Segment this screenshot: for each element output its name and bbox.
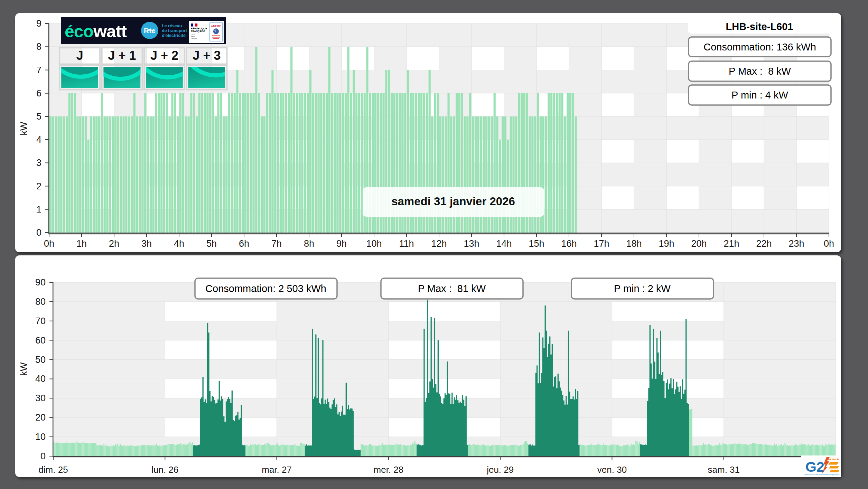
svg-text:4h: 4h: [174, 238, 184, 249]
svg-text:9: 9: [36, 18, 41, 29]
svg-text:50: 50: [35, 355, 46, 365]
svg-text:Fraternité: Fraternité: [191, 37, 197, 39]
svg-text:70: 70: [35, 316, 46, 326]
svg-text:kW: kW: [19, 362, 29, 376]
svg-text:2h: 2h: [109, 238, 119, 249]
svg-text:23h: 23h: [788, 238, 804, 249]
svg-text:0h: 0h: [824, 238, 834, 249]
svg-text:5: 5: [36, 111, 41, 122]
svg-text:1: 1: [36, 204, 41, 215]
svg-text:10: 10: [35, 432, 46, 442]
svg-text:15h: 15h: [529, 238, 544, 249]
svg-text:FRANÇAISE: FRANÇAISE: [191, 30, 205, 33]
svg-text:Optimisation des ressources én: Optimisation des ressources énergétiques: [804, 473, 840, 476]
svg-text:P Max : 8 kW: P Max : 8 kW: [729, 66, 791, 77]
svg-text:J + 3: J + 3: [193, 48, 221, 63]
svg-text:LHB-site-L601: LHB-site-L601: [726, 21, 793, 32]
svg-text:mer. 28: mer. 28: [374, 464, 404, 475]
svg-text:21h: 21h: [724, 238, 739, 249]
svg-text:ven. 30: ven. 30: [597, 464, 627, 475]
svg-text:P Max : 81 kW: P Max : 81 kW: [418, 283, 486, 294]
svg-text:J + 1: J + 1: [108, 48, 136, 63]
svg-text:20: 20: [35, 412, 46, 423]
svg-text:écowatt: écowatt: [65, 22, 127, 41]
svg-text:J + 2: J + 2: [150, 48, 178, 63]
svg-text:d'électricité: d'électricité: [162, 33, 186, 38]
svg-text:90: 90: [35, 277, 46, 288]
svg-text:40: 40: [35, 374, 46, 384]
svg-text:sam. 31: sam. 31: [708, 464, 740, 475]
svg-text:6h: 6h: [239, 238, 249, 249]
svg-text:11h: 11h: [399, 238, 414, 249]
svg-text:7h: 7h: [271, 238, 282, 249]
svg-text:8h: 8h: [304, 238, 314, 249]
svg-text:14h: 14h: [496, 238, 512, 249]
svg-text:samedi 31 janvier 2026: samedi 31 janvier 2026: [391, 195, 515, 208]
svg-text:G2: G2: [805, 459, 824, 475]
svg-text:0: 0: [36, 227, 41, 238]
svg-text:de transport: de transport: [162, 28, 187, 33]
svg-text:Le réseau: Le réseau: [162, 23, 182, 28]
svg-text:P min : 4 kW: P min : 4 kW: [731, 90, 788, 101]
svg-text:2: 2: [36, 181, 41, 191]
svg-text:19h: 19h: [659, 238, 674, 249]
svg-text:80: 80: [35, 297, 46, 307]
svg-text:22h: 22h: [756, 238, 772, 249]
svg-text:0: 0: [40, 451, 46, 461]
svg-text:16h: 16h: [561, 238, 577, 249]
svg-text:7: 7: [36, 65, 41, 75]
svg-text:FRANCE: FRANCE: [828, 458, 839, 461]
svg-text:P min : 2 kW: P min : 2 kW: [614, 283, 671, 294]
svg-text:12h: 12h: [431, 238, 447, 249]
svg-text:ADEME: ADEME: [211, 25, 221, 27]
svg-text:60: 60: [35, 335, 46, 346]
svg-text:dim. 25: dim. 25: [38, 464, 68, 475]
svg-text:Consommation: 2 503 kWh: Consommation: 2 503 kWh: [205, 283, 326, 294]
svg-text:8: 8: [36, 41, 41, 52]
svg-text:17h: 17h: [594, 238, 609, 249]
svg-text:30: 30: [35, 393, 46, 403]
svg-text:lun. 26: lun. 26: [151, 464, 178, 475]
svg-text:13h: 13h: [464, 238, 479, 249]
svg-text:18h: 18h: [626, 238, 642, 249]
svg-text:mar. 27: mar. 27: [262, 464, 292, 475]
svg-text:9h: 9h: [336, 238, 347, 249]
svg-text:20h: 20h: [691, 238, 707, 249]
svg-text:3h: 3h: [141, 238, 152, 249]
svg-text:0h: 0h: [44, 238, 54, 249]
svg-text:jeu. 29: jeu. 29: [486, 464, 514, 475]
svg-text:J: J: [76, 48, 83, 63]
svg-text:3: 3: [36, 158, 41, 168]
svg-text:4: 4: [36, 134, 41, 145]
svg-text:1h: 1h: [76, 238, 87, 249]
svg-text:kW: kW: [19, 122, 29, 135]
svg-text:Consommation: 136 kWh: Consommation: 136 kWh: [703, 41, 816, 53]
svg-text:6: 6: [36, 88, 41, 98]
svg-text:10h: 10h: [366, 238, 382, 249]
svg-text:5h: 5h: [206, 238, 217, 249]
